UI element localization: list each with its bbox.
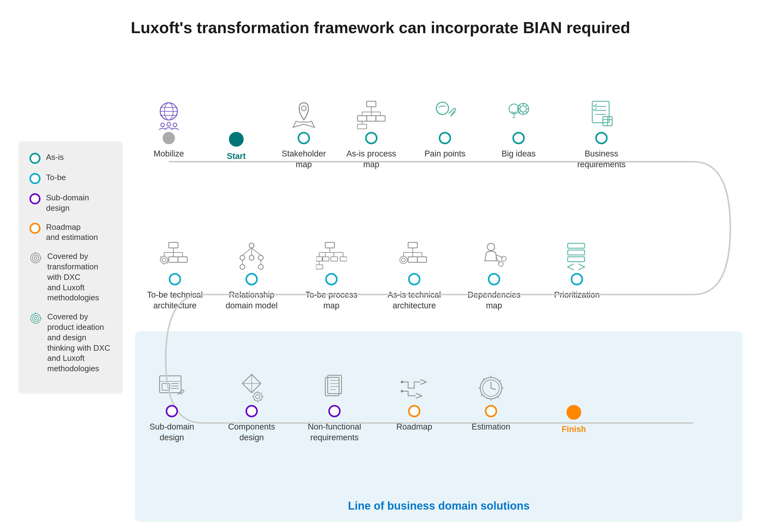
as-is-process-label: As-is process map (341, 148, 402, 170)
business-req-dot (595, 132, 608, 144)
prioritization-label: Prioritization (554, 290, 600, 300)
node-mobilize: Mobilize (135, 98, 203, 159)
diagram-area: As-is To-be Sub-domaindesign Roadmapand … (0, 49, 761, 532)
big-ideas-label: Big ideas (501, 148, 536, 159)
estimation-label: Estimation (472, 422, 510, 432)
to-be-tech-icon-container (159, 239, 190, 273)
svg-point-35 (520, 106, 526, 112)
prioritization-dot (571, 273, 583, 285)
svg-point-33 (436, 102, 449, 114)
node-dependencies-map: Dependencies map (457, 239, 531, 311)
dependencies-map-icon-container (479, 239, 509, 273)
org-chart-icon (356, 100, 387, 130)
svg-rect-46 (169, 242, 178, 248)
svg-line-62 (242, 248, 252, 255)
dependencies-map-dot (488, 273, 500, 285)
non-functional-icon-container (319, 371, 350, 405)
subdomain-design-dot (166, 405, 178, 417)
legend-label-dxc: Covered bytransformationwith DXCand Luxo… (47, 251, 99, 303)
svg-line-117 (420, 382, 427, 384)
estimation-icon-container (476, 371, 506, 405)
svg-point-59 (259, 255, 263, 260)
svg-point-94 (498, 262, 503, 266)
node-non-functional: Non-functional requirements (295, 371, 374, 443)
svg-rect-73 (322, 257, 329, 261)
svg-point-92 (501, 256, 506, 261)
target-dxc-icon (29, 252, 42, 264)
legend-dxc-transformation: Covered bytransformationwith DXCand Luxo… (29, 251, 112, 303)
legend-to-be: To-be (29, 172, 112, 184)
legend-product-ideation: Covered byproduct ideationand designthin… (29, 312, 112, 374)
svg-rect-22 (367, 101, 376, 107)
svg-line-116 (420, 380, 427, 382)
legend-label-as-is: As-is (46, 152, 64, 163)
node-subdomain-design: Sub-domain design (135, 371, 209, 443)
legend-as-is: As-is (29, 152, 112, 164)
components-design-dot (246, 405, 258, 417)
svg-rect-28 (367, 116, 376, 121)
svg-point-85 (402, 258, 405, 262)
svg-point-121 (401, 390, 403, 392)
svg-point-58 (249, 255, 254, 260)
diamond-gear-icon (236, 373, 267, 403)
svg-rect-95 (568, 243, 585, 248)
finish-dot (566, 405, 581, 420)
svg-rect-53 (169, 257, 178, 262)
as-is-technical-dot (408, 273, 420, 285)
svg-rect-96 (568, 250, 585, 255)
svg-point-56 (249, 243, 254, 248)
stakeholder-dot (298, 132, 310, 144)
org-gear-icon (159, 241, 190, 271)
subdomain-design-icon-container (156, 371, 187, 405)
page-title: Luxoft's transformation framework can in… (0, 0, 761, 49)
node-to-be-technical: To-be technical architecture (135, 239, 215, 311)
legend-subdomain: Sub-domaindesign (29, 193, 112, 213)
to-be-tech-label: To-be technical architecture (144, 290, 205, 311)
svg-line-125 (491, 388, 496, 390)
svg-line-119 (416, 396, 422, 398)
business-req-label: Business requirements (571, 148, 632, 170)
as-is-technical-icon-container (399, 239, 430, 273)
relationship-domain-label: Relationship domain model (221, 290, 282, 311)
dependencies-map-label: Dependencies map (463, 290, 525, 311)
stack-arrow-icon (561, 241, 592, 271)
big-ideas-dot (512, 132, 525, 144)
svg-rect-75 (331, 257, 337, 261)
legend-label-subdomain: Sub-domaindesign (46, 193, 89, 213)
svg-point-18 (161, 123, 164, 127)
svg-point-57 (240, 255, 245, 260)
checklist-box-icon (586, 100, 617, 130)
location-map-icon (288, 100, 319, 130)
svg-point-51 (162, 258, 166, 262)
svg-rect-77 (340, 257, 347, 261)
start-dot (229, 132, 244, 147)
target-product-icon (29, 312, 42, 325)
node-finish: Finish (540, 371, 608, 435)
documents-icon (319, 373, 350, 403)
estimation-dot (485, 405, 497, 417)
start-label: Start (227, 151, 246, 162)
non-functional-label: Non-functional requirements (304, 422, 365, 443)
svg-point-60 (240, 265, 245, 269)
relationship-domain-icon-container (236, 239, 267, 273)
org-chart-wide-icon (316, 241, 347, 271)
svg-rect-89 (417, 257, 427, 262)
to-be-tech-dot (169, 273, 181, 285)
node-start: Start (203, 98, 270, 162)
legend-label-to-be: To-be (46, 172, 66, 183)
svg-rect-26 (358, 116, 367, 121)
svg-point-5 (34, 257, 37, 259)
pain-points-label: Pain points (424, 148, 465, 159)
gear-clock-icon (476, 373, 506, 403)
node-components-design: Components design (215, 371, 288, 443)
legend: As-is To-be Sub-domaindesign Roadmapand … (19, 141, 123, 394)
svg-point-84 (400, 256, 407, 264)
finish-label: Finish (561, 424, 586, 435)
to-be-process-label: To-be process map (301, 290, 362, 311)
as-is-process-dot (365, 132, 378, 144)
svg-point-9 (32, 316, 39, 322)
subdomain-design-label: Sub-domain design (141, 422, 203, 443)
legend-label-product: Covered byproduct ideationand designthin… (47, 312, 110, 374)
svg-point-21 (301, 106, 306, 111)
svg-point-109 (256, 394, 260, 399)
